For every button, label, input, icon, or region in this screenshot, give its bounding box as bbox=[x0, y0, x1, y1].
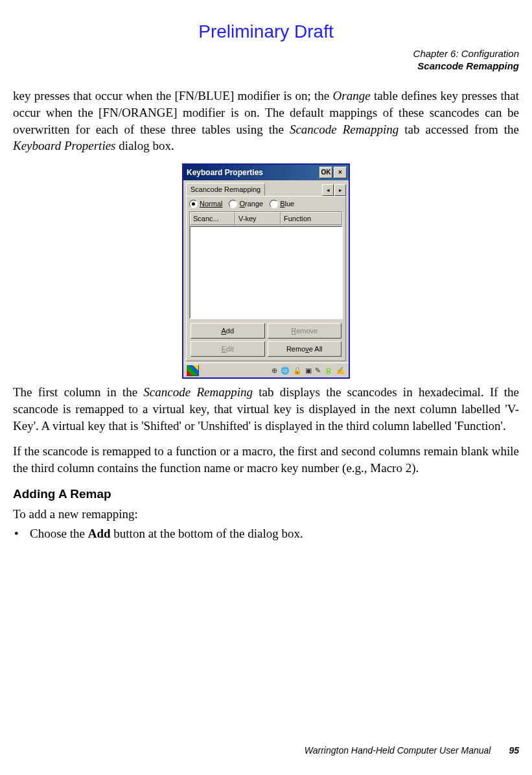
taskbar: ⊕ 🌐 🔒 ▣ ✎ 🔋 ✍ bbox=[183, 363, 349, 377]
text-run: The first column in the bbox=[13, 385, 143, 399]
text-run-italic: Scancode Remapping bbox=[290, 123, 399, 136]
page-footer: Warrington Hand-Held Computer User Manua… bbox=[13, 745, 519, 757]
text-run-italic: Orange bbox=[333, 89, 371, 102]
keyboard-properties-dialog: Keyboard Properties OK × Scancode Remapp… bbox=[182, 163, 350, 379]
text-run-italic: Keyboard Properties bbox=[13, 139, 116, 152]
footer-page-number: 95 bbox=[509, 745, 519, 757]
tab-scroll-left-button[interactable]: ◂ bbox=[322, 184, 334, 196]
remove-button[interactable]: Remove bbox=[268, 323, 342, 339]
start-button[interactable] bbox=[186, 364, 199, 376]
tab-scancode-remapping[interactable]: Scancode Remapping bbox=[186, 183, 265, 196]
radio-blue[interactable]: Blue bbox=[270, 199, 294, 209]
radio-label: Blue bbox=[280, 199, 294, 209]
dialog-titlebar: Keyboard Properties OK × bbox=[183, 165, 349, 180]
close-button[interactable]: × bbox=[334, 167, 347, 178]
text-run: dialog box. bbox=[116, 139, 174, 152]
radio-icon bbox=[270, 200, 278, 208]
chapter-line: Chapter 6: Configuration bbox=[13, 48, 519, 60]
remove-all-button[interactable]: Remove All bbox=[268, 341, 342, 357]
text-run: Choose the bbox=[30, 527, 88, 540]
remap-listbox[interactable] bbox=[189, 226, 343, 319]
list-header-row: Scanc... V-key Function bbox=[189, 211, 343, 226]
column-header-function[interactable]: Function bbox=[281, 212, 342, 226]
text-run: button at the bottom of the dialog box. bbox=[111, 527, 303, 540]
column-header-scancode[interactable]: Scanc... bbox=[190, 212, 235, 226]
ok-button[interactable]: OK bbox=[319, 167, 332, 178]
add-button[interactable]: Add bbox=[191, 323, 265, 339]
paragraph-1: key presses that occur when the [FN/BLUE… bbox=[13, 88, 519, 154]
dialog-title: Keyboard Properties bbox=[185, 167, 263, 178]
tab-scroll-right-button[interactable]: ▸ bbox=[334, 184, 346, 196]
paragraph-4: To add a new remapping: bbox=[13, 506, 519, 523]
system-tray: ⊕ 🌐 🔒 ▣ ✎ 🔋 ✍ bbox=[272, 366, 346, 376]
text-run: key presses that occur when the [FN/BLUE… bbox=[13, 89, 333, 102]
bullet-item: Choose the Add button at the bottom of t… bbox=[30, 525, 519, 542]
radio-icon bbox=[189, 200, 198, 208]
paragraph-3: If the scancode is remapped to a functio… bbox=[13, 443, 519, 476]
radio-label: Normal bbox=[200, 199, 222, 209]
text-run-italic: Scancode Remapping bbox=[143, 385, 253, 399]
radio-icon bbox=[229, 200, 237, 208]
radio-normal[interactable]: Normal bbox=[189, 199, 222, 209]
radio-label: Orange bbox=[239, 199, 263, 209]
chapter-header: Chapter 6: Configuration Scancode Remapp… bbox=[13, 48, 519, 73]
chapter-subtitle: Scancode Remapping bbox=[13, 60, 519, 73]
column-header-vkey[interactable]: V-key bbox=[235, 212, 281, 226]
footer-manual-title: Warrington Hand-Held Computer User Manua… bbox=[305, 745, 491, 757]
paragraph-2: The first column in the Scancode Remappi… bbox=[13, 384, 519, 434]
radio-orange[interactable]: Orange bbox=[229, 199, 263, 209]
draft-watermark: Preliminary Draft bbox=[13, 19, 519, 44]
text-run-bold: Add bbox=[88, 527, 111, 540]
text-run: tab accessed from the bbox=[399, 123, 519, 136]
edit-button[interactable]: Edit bbox=[191, 341, 265, 357]
heading-adding-a-remap: Adding A Remap bbox=[13, 486, 519, 503]
